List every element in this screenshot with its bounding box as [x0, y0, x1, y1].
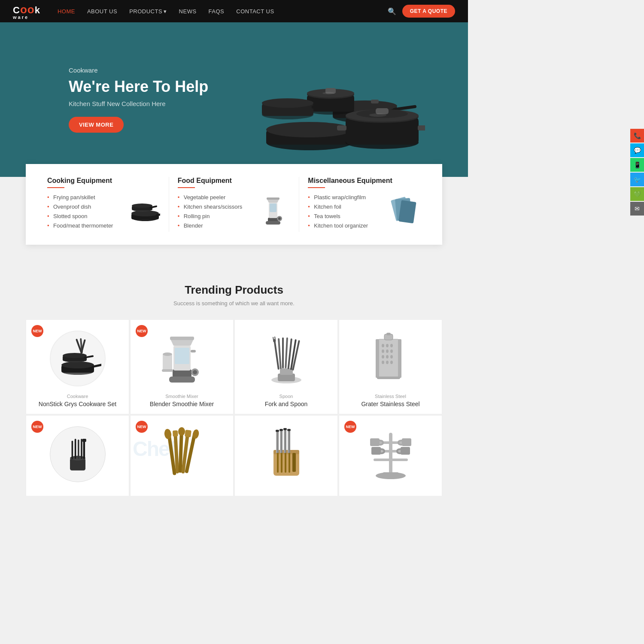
svg-rect-145 — [402, 438, 411, 446]
svg-rect-105 — [78, 440, 79, 459]
nav-item-about[interactable]: ABOUT US — [87, 7, 117, 15]
product-card-5[interactable]: NEW — [26, 415, 129, 496]
nav-item-contact[interactable]: CONTACT US — [236, 7, 274, 15]
food-equipment-col: Food Equipment Vegetable peeler Kitchen … — [169, 177, 300, 232]
svg-rect-131 — [284, 429, 285, 453]
svg-point-95 — [390, 361, 393, 364]
product-card-1[interactable]: NEW — [26, 319, 129, 414]
svg-rect-15 — [418, 125, 425, 131]
misc-equipment-image — [386, 194, 421, 228]
product-category-3: Spoon — [241, 394, 331, 399]
svg-rect-42 — [270, 204, 276, 212]
svg-rect-22 — [371, 100, 379, 103]
food-equipment-image — [256, 194, 290, 228]
product-image-8 — [346, 424, 435, 484]
product-image-3 — [241, 328, 331, 389]
view-more-button[interactable]: VIEW MORE — [69, 117, 124, 133]
svg-point-92 — [390, 355, 393, 358]
svg-rect-146 — [371, 447, 381, 455]
misc-equipment-col: Miscellaneous Equipment Plastic wrap/cli… — [299, 177, 429, 232]
svg-rect-77 — [285, 337, 288, 368]
svg-point-88 — [386, 349, 389, 353]
list-item: Kitchen shears/scissors — [178, 204, 252, 210]
svg-rect-134 — [276, 430, 279, 432]
logo-text: Cookware — [13, 5, 40, 20]
product-card-8[interactable]: NEW — [339, 415, 442, 496]
product-card-2[interactable]: NEW — [130, 319, 234, 414]
svg-rect-103 — [71, 441, 73, 459]
svg-point-50 — [61, 361, 94, 368]
svg-rect-121 — [277, 452, 279, 473]
list-item: Vegetable peeler — [178, 194, 252, 200]
svg-rect-129 — [280, 430, 281, 453]
product-card-3[interactable]: Spoon Fork and Spoon — [234, 319, 338, 414]
hero-title: We're Here To Help — [69, 77, 208, 96]
product-category-4: Stainless Steel — [346, 394, 435, 399]
svg-rect-116 — [185, 430, 191, 437]
svg-rect-100 — [377, 377, 400, 379]
svg-rect-143 — [374, 459, 408, 461]
food-equipment-divider — [178, 187, 195, 188]
trending-title: Trending Products — [26, 283, 442, 297]
new-badge: NEW — [31, 421, 43, 433]
nav-item-home[interactable]: HOME — [58, 7, 75, 15]
svg-rect-70 — [162, 369, 173, 372]
nav-link-news[interactable]: NEWS — [179, 8, 197, 15]
nav-item-news[interactable]: NEWS — [179, 7, 197, 15]
product-name-1: NonStick Grys Cookware Set — [33, 401, 122, 407]
svg-rect-66 — [175, 348, 189, 364]
nav-item-faqs[interactable]: FAQS — [209, 7, 225, 15]
list-item: Slotted spoon — [47, 213, 122, 219]
svg-rect-97 — [386, 333, 391, 335]
svg-point-85 — [386, 344, 389, 347]
nav-links: HOME ABOUT US PRODUCTS ▾ NEWS FAQS CONTA… — [58, 7, 388, 15]
nav-link-faqs[interactable]: FAQS — [209, 8, 225, 15]
svg-rect-14 — [337, 125, 346, 131]
svg-point-27 — [369, 113, 386, 117]
svg-rect-144 — [370, 438, 380, 446]
hero-image — [245, 31, 425, 168]
list-item: Kitchen tool organizer — [308, 222, 382, 229]
nav-link-contact[interactable]: CONTACT US — [236, 8, 274, 15]
product-name-3: Fork and Spoon — [241, 401, 331, 407]
search-icon: 🔍 — [388, 8, 396, 15]
svg-rect-127 — [276, 431, 277, 453]
svg-point-25 — [262, 98, 313, 108]
product-category-1: Cookware — [33, 394, 122, 399]
svg-rect-47 — [398, 200, 416, 223]
svg-rect-99 — [376, 339, 379, 378]
search-button[interactable]: 🔍 — [388, 7, 396, 15]
svg-rect-108 — [82, 439, 86, 442]
svg-rect-106 — [81, 439, 82, 459]
food-equipment-list: Vegetable peeler Kitchen shears/scissors… — [178, 194, 252, 232]
logo[interactable]: Cookware — [13, 3, 40, 20]
nav-link-home[interactable]: HOME — [58, 8, 75, 15]
svg-point-35 — [132, 204, 152, 208]
cooking-equipment-title: Cooking Equipment — [47, 177, 160, 185]
nav-link-products[interactable]: PRODUCTS ▾ — [129, 8, 167, 15]
nav-link-about[interactable]: ABOUT US — [87, 8, 117, 15]
products-grid: NEW — [26, 319, 442, 496]
svg-point-87 — [382, 349, 384, 353]
svg-rect-147 — [401, 447, 410, 455]
get-quote-button[interactable]: GET A QUOTE — [402, 5, 455, 18]
chevron-down-icon: ▾ — [164, 8, 167, 15]
svg-point-54 — [63, 353, 87, 358]
svg-rect-125 — [292, 453, 296, 472]
svg-point-94 — [386, 361, 389, 364]
svg-point-89 — [390, 349, 393, 353]
product-image-2 — [137, 328, 227, 389]
product-card-7[interactable] — [234, 415, 338, 496]
svg-rect-76 — [282, 337, 284, 368]
svg-rect-112 — [173, 430, 178, 437]
hero-subtitle: Cookware — [69, 67, 208, 74]
svg-point-90 — [382, 355, 384, 358]
product-card-6[interactable]: NEW Chef — [130, 415, 234, 496]
svg-rect-60 — [169, 377, 195, 383]
nav-item-products[interactable]: PRODUCTS ▾ — [129, 8, 167, 15]
svg-point-84 — [382, 344, 384, 347]
product-card-4[interactable]: Stainless Steel Grater Stainless Steel — [339, 319, 442, 414]
misc-equipment-list: Plastic wrap/clingfilm Kitchen foil Tea … — [308, 194, 382, 232]
navbar: Cookware HOME ABOUT US PRODUCTS ▾ NEWS F… — [0, 0, 468, 22]
svg-rect-137 — [287, 429, 291, 431]
